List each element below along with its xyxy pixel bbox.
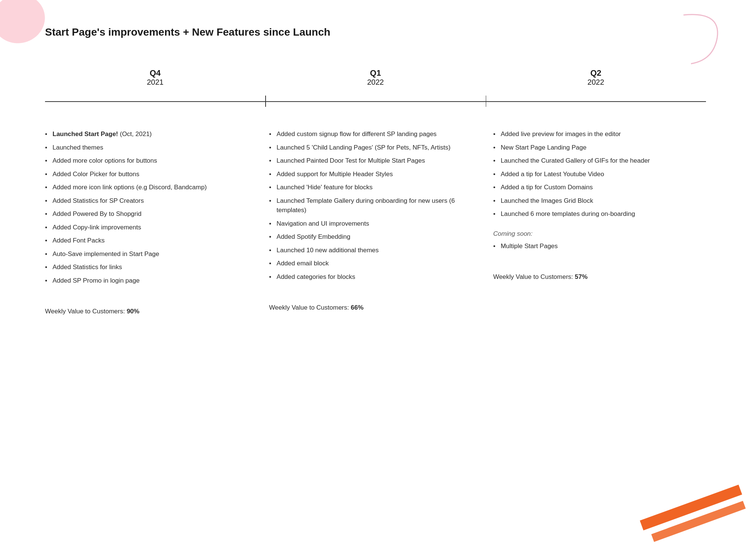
quarter-label-q4: Q4 [150,68,161,78]
list-item: Launched 'Hide' feature for blocks [269,183,470,192]
list-item: Added a tip for Custom Domains [493,183,695,192]
q4-weekly-value: Weekly Value to Customers: 90% [45,300,246,315]
list-item: Navigation and UI improvements [269,219,470,229]
list-item: Added SP Promo in login page [45,276,246,286]
list-item: Added a tip for Latest Youtube Video [493,169,695,179]
list-item: Added support for Multiple Header Styles [269,169,470,179]
list-item: Added Font Packs [45,236,246,246]
list-item: Launched Start Page! (Oct, 2021) [45,129,246,139]
decorative-blob [0,0,60,61]
q1-weekly-value: Weekly Value to Customers: 66% [269,296,470,311]
q4-list: Launched Start Page! (Oct, 2021) Launche… [45,129,246,285]
list-item: Launched 5 'Child Landing Pages' (SP for… [269,143,470,153]
list-item: Added more icon link options (e.g Discor… [45,183,246,192]
list-item: Added Spotify Embedding [269,232,470,242]
list-item: Added custom signup flow for different S… [269,129,470,139]
list-item: Added categories for blocks [269,272,470,282]
content-columns: Launched Start Page! (Oct, 2021) Launche… [45,129,706,315]
content-col-q2: Added live preview for images in the edi… [482,129,706,315]
list-item: Launched themes [45,143,246,153]
list-item: Launched Painted Door Test for Multiple … [269,156,470,166]
list-item: Launched the Images Grid Block [493,196,695,206]
svg-point-0 [0,0,50,49]
q1-list: Added custom signup flow for different S… [269,129,470,281]
year-label-q4: 2021 [147,78,164,87]
timeline-line [45,96,706,107]
list-item: Added more color options for buttons [45,156,246,166]
list-item: Multiple Start Pages [493,241,695,251]
coming-soon-label: Coming soon: [493,230,695,238]
list-item: Added Color Picker for buttons [45,169,246,179]
list-item: Added Statistics for SP Creators [45,196,246,206]
q2-coming-soon-list: Multiple Start Pages [493,241,695,251]
list-item: Launched 6 more templates during on-boar… [493,209,695,219]
quarter-label-q1: Q1 [370,68,381,78]
content-col-q4: Launched Start Page! (Oct, 2021) Launche… [45,129,258,315]
list-item: Added live preview for images in the edi… [493,129,695,139]
list-item: Auto-Save implemented in Start Page [45,249,246,259]
list-item: Added Statistics for links [45,262,246,272]
timeline-col-q2: Q2 2022 [486,68,706,96]
quarter-label-q2: Q2 [590,68,601,78]
decorative-curl [661,7,728,69]
timeline-col-q4: Q4 2021 [45,68,265,96]
list-item: New Start Page Landing Page [493,143,695,153]
timeline-section: Q4 2021 Q1 2022 Q2 2022 [45,68,706,107]
list-item: Launched the Curated Gallery of GIFs for… [493,156,695,166]
list-item: Added Copy-link improvements [45,223,246,232]
page-title: Start Page's improvements + New Features… [45,26,706,38]
decorative-stripes [638,480,751,549]
year-label-q1: 2022 [367,78,384,87]
list-item: Added email block [269,259,470,268]
timeline-col-q1: Q1 2022 [265,68,485,96]
q2-weekly-value: Weekly Value to Customers: 57% [493,266,695,281]
list-item: Added Powered By to Shopgrid [45,209,246,219]
content-col-q1: Added custom signup flow for different S… [258,129,482,315]
year-label-q2: 2022 [587,78,604,87]
q2-list: Added live preview for images in the edi… [493,129,695,219]
timeline-headers: Q4 2021 Q1 2022 Q2 2022 [45,68,706,96]
list-item: Launched Template Gallery during onboard… [269,196,470,215]
list-item: Launched 10 new additional themes [269,246,470,255]
